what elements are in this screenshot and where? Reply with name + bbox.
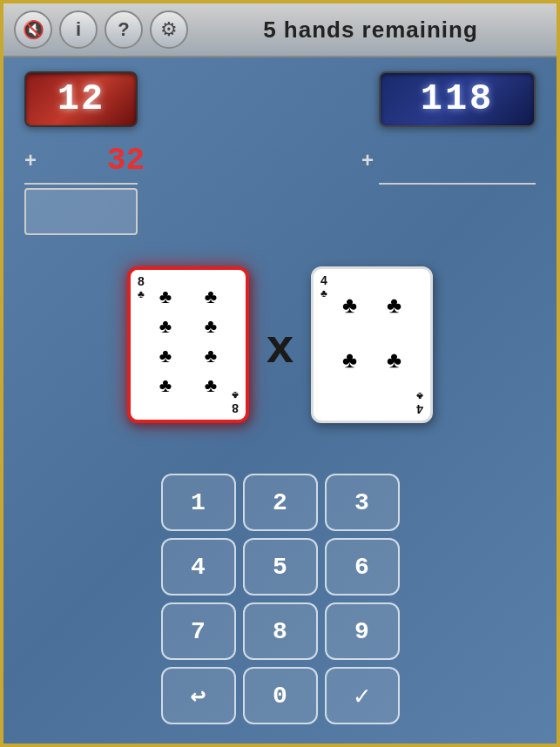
key-8[interactable]: 8 xyxy=(243,602,318,660)
operator-symbol: x xyxy=(267,317,293,374)
left-addend-row: + 32 xyxy=(24,141,145,179)
key-9[interactable]: 9 xyxy=(325,602,400,660)
info-button[interactable]: i xyxy=(59,10,98,49)
left-card-rank-bottom: 8♣ xyxy=(232,390,239,414)
backspace-button[interactable]: ↩ xyxy=(161,667,236,724)
hands-remaining-label: 5 hands remaining xyxy=(195,17,546,44)
game-area: 12 118 + 32 + 8♣ ♣ ♣ ♣ ♣ xyxy=(3,57,557,747)
left-plus-sign: + xyxy=(24,148,42,172)
right-card[interactable]: 4♣ ♣ ♣ ♣ ♣ 4♣ xyxy=(311,266,433,423)
right-addend-row: + xyxy=(361,141,536,179)
right-card-rank-bottom: 4♣ xyxy=(416,391,423,415)
left-answer-box xyxy=(24,188,138,235)
key-2[interactable]: 2 xyxy=(243,474,318,531)
key-0[interactable]: 0 xyxy=(243,667,318,724)
left-score-value: 12 xyxy=(57,78,105,120)
left-score-display: 12 xyxy=(24,71,138,127)
mute-icon: 🔇 xyxy=(23,19,44,40)
submit-button[interactable]: ✓ xyxy=(325,667,400,724)
right-plus-sign: + xyxy=(361,148,379,172)
left-card-rank-top: 8♣ xyxy=(138,275,145,299)
key-1[interactable]: 1 xyxy=(161,474,236,531)
settings-button[interactable]: ⚙ xyxy=(150,10,188,49)
help-button[interactable]: ? xyxy=(105,10,143,49)
right-addition-area: + xyxy=(361,141,536,188)
cards-area: 8♣ ♣ ♣ ♣ ♣ ♣ ♣ ♣ ♣ 8♣ x 4♣ ♣ xyxy=(3,266,557,423)
left-divider-line xyxy=(24,183,138,185)
right-score-display: 118 xyxy=(379,71,536,127)
right-card-rank-top: 4♣ xyxy=(320,274,327,299)
left-addend-value: 32 xyxy=(49,143,145,178)
left-card-symbols: ♣ ♣ ♣ ♣ ♣ ♣ ♣ ♣ xyxy=(131,270,246,420)
key-3[interactable]: 3 xyxy=(325,474,400,531)
right-divider-line xyxy=(379,183,536,185)
left-addition-area: + 32 xyxy=(24,141,145,235)
mute-button[interactable]: 🔇 xyxy=(14,10,52,49)
right-score-value: 118 xyxy=(421,78,495,120)
right-addend-value xyxy=(386,141,525,179)
top-bar: 🔇 i ? ⚙ 5 hands remaining xyxy=(3,3,557,57)
right-card-symbols: ♣ ♣ ♣ ♣ xyxy=(314,269,430,421)
help-icon: ? xyxy=(118,18,129,41)
key-5[interactable]: 5 xyxy=(243,538,318,596)
keypad: 1 2 3 4 5 6 7 8 9 ↩ 0 ✓ xyxy=(161,474,400,724)
check-icon: ✓ xyxy=(354,680,369,712)
key-4[interactable]: 4 xyxy=(161,538,236,596)
left-card[interactable]: 8♣ ♣ ♣ ♣ ♣ ♣ ♣ ♣ ♣ 8♣ xyxy=(127,266,249,423)
back-icon: ↩ xyxy=(190,680,206,712)
key-6[interactable]: 6 xyxy=(325,538,400,596)
settings-icon: ⚙ xyxy=(160,18,178,41)
key-7[interactable]: 7 xyxy=(161,602,236,660)
info-icon: i xyxy=(76,18,81,41)
